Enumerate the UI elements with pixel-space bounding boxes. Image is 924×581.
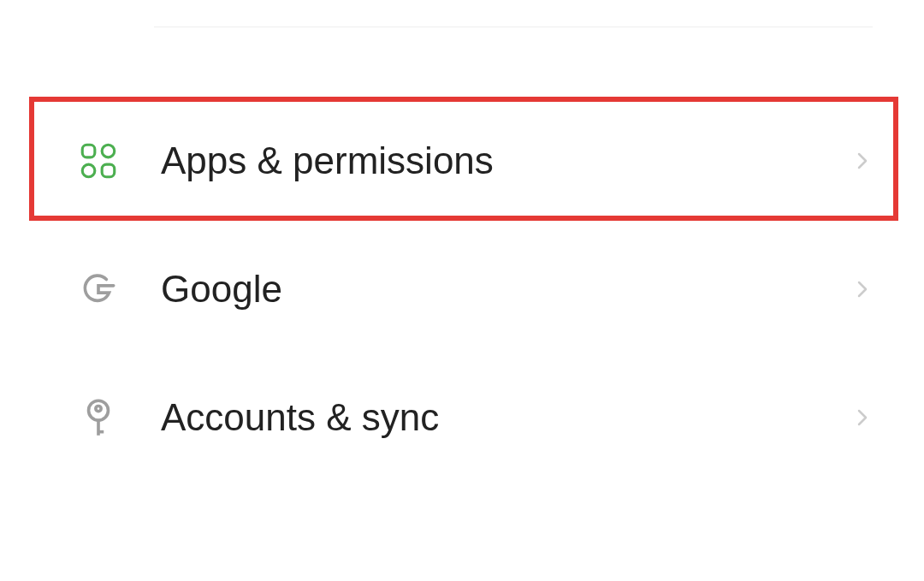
chevron-right-icon — [852, 279, 873, 299]
svg-rect-2 — [82, 164, 95, 177]
chevron-right-icon — [852, 407, 873, 428]
svg-rect-0 — [82, 145, 95, 157]
svg-rect-1 — [102, 145, 115, 157]
settings-item-label: Accounts & sync — [161, 396, 852, 439]
settings-item-label: Google — [161, 268, 852, 311]
section-divider — [154, 27, 873, 27]
apps-icon — [77, 139, 120, 182]
settings-item-google[interactable]: Google — [0, 225, 924, 353]
settings-item-apps-permissions[interactable]: Apps & permissions — [0, 97, 924, 225]
settings-item-label: Apps & permissions — [161, 139, 852, 182]
settings-item-accounts-sync[interactable]: Accounts & sync — [0, 353, 924, 482]
google-icon — [77, 268, 120, 311]
svg-point-5 — [96, 406, 101, 411]
chevron-right-icon — [852, 151, 873, 171]
svg-rect-3 — [102, 164, 115, 177]
settings-list: Apps & permissions Google — [0, 97, 924, 482]
key-icon — [77, 396, 120, 439]
